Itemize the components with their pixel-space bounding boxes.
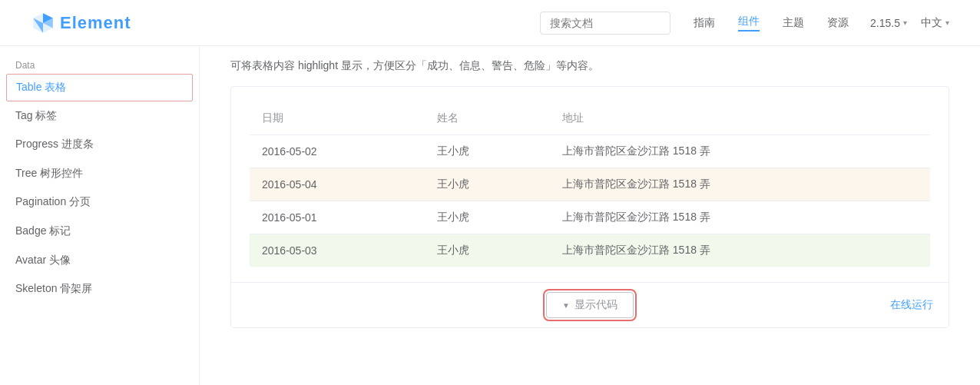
sidebar-section-data: Data <box>0 54 199 74</box>
lang-selector[interactable]: 中文 ▾ <box>921 16 949 30</box>
logo[interactable]: Element <box>31 11 131 35</box>
demo-table-area: 日期 姓名 地址 2016-05-02 王小虎 上海市普陀区金沙江路 1518 … <box>231 87 949 282</box>
logo-text: Element <box>60 13 131 33</box>
version-label: 2.15.5 <box>870 17 900 29</box>
nav-item-component[interactable]: 组件 <box>738 15 760 32</box>
version-chevron-icon: ▾ <box>903 18 907 27</box>
version-selector[interactable]: 2.15.5 ▾ <box>870 17 907 29</box>
sidebar-item-badge[interactable]: Badge 标记 <box>0 217 199 246</box>
main-content: 可将表格内容 highlight 显示，方便区分「成功、信息、警告、危险」等内容… <box>200 46 980 385</box>
demo-footer: ▼ 显示代码 在线运行 <box>231 282 949 327</box>
cell-name: 王小虎 <box>425 201 550 234</box>
online-run-link[interactable]: 在线运行 <box>890 298 933 312</box>
sidebar-item-table[interactable]: Table 表格 <box>6 74 193 101</box>
table-row: 2016-05-01 王小虎 上海市普陀区金沙江路 1518 弄 <box>250 201 930 234</box>
search-input[interactable] <box>540 12 670 35</box>
cell-address: 上海市普陀区金沙江路 1518 弄 <box>550 234 930 267</box>
show-code-label: 显示代码 <box>574 298 617 312</box>
cell-date: 2016-05-02 <box>250 135 425 168</box>
table-row: 2016-05-04 王小虎 上海市普陀区金沙江路 1518 弄 <box>250 168 930 201</box>
sidebar-item-avatar[interactable]: Avatar 头像 <box>0 246 199 275</box>
sidebar-item-tag[interactable]: Tag 标签 <box>0 101 199 131</box>
sidebar-item-pagination[interactable]: Pagination 分页 <box>0 188 199 217</box>
lang-chevron-icon: ▾ <box>945 18 949 27</box>
cell-address: 上海市普陀区金沙江路 1518 弄 <box>550 135 930 168</box>
lang-label: 中文 <box>921 16 942 30</box>
sidebar-item-progress[interactable]: Progress 进度条 <box>0 130 199 159</box>
cell-name: 王小虎 <box>425 234 550 267</box>
col-header-address: 地址 <box>550 102 930 135</box>
intro-text: 可将表格内容 highlight 显示，方便区分「成功、信息、警告、危险」等内容… <box>230 46 949 86</box>
cell-address: 上海市普陀区金沙江路 1518 弄 <box>550 201 930 234</box>
cell-name: 王小虎 <box>425 168 550 201</box>
sidebar-item-skeleton[interactable]: Skeleton 骨架屏 <box>0 274 199 304</box>
demo-box: 日期 姓名 地址 2016-05-02 王小虎 上海市普陀区金沙江路 1518 … <box>230 86 949 328</box>
body-layout: Data Table 表格 Tag 标签 Progress 进度条 Tree 树… <box>0 46 980 385</box>
data-table: 日期 姓名 地址 2016-05-02 王小虎 上海市普陀区金沙江路 1518 … <box>250 102 930 267</box>
cell-date: 2016-05-01 <box>250 201 425 234</box>
table-row: 2016-05-02 王小虎 上海市普陀区金沙江路 1518 弄 <box>250 135 930 168</box>
nav-item-resource[interactable]: 资源 <box>827 16 849 30</box>
col-header-date: 日期 <box>250 102 425 135</box>
table-row: 2016-05-03 王小虎 上海市普陀区金沙江路 1518 弄 <box>250 234 930 267</box>
cell-date: 2016-05-03 <box>250 234 425 267</box>
logo-icon <box>31 11 55 35</box>
show-code-button[interactable]: ▼ 显示代码 <box>546 292 634 318</box>
col-header-name: 姓名 <box>425 102 550 135</box>
header-nav: 指南 组件 主题 资源 <box>694 15 849 32</box>
sidebar: Data Table 表格 Tag 标签 Progress 进度条 Tree 树… <box>0 46 200 385</box>
triangle-icon: ▼ <box>562 301 570 310</box>
sidebar-item-tree[interactable]: Tree 树形控件 <box>0 159 199 188</box>
cell-name: 王小虎 <box>425 135 550 168</box>
nav-item-guide[interactable]: 指南 <box>694 16 715 30</box>
nav-item-theme[interactable]: 主题 <box>783 16 804 30</box>
header: Element 指南 组件 主题 资源 2.15.5 ▾ 中文 ▾ <box>0 0 980 46</box>
cell-address: 上海市普陀区金沙江路 1518 弄 <box>550 168 930 201</box>
cell-date: 2016-05-04 <box>250 168 425 201</box>
